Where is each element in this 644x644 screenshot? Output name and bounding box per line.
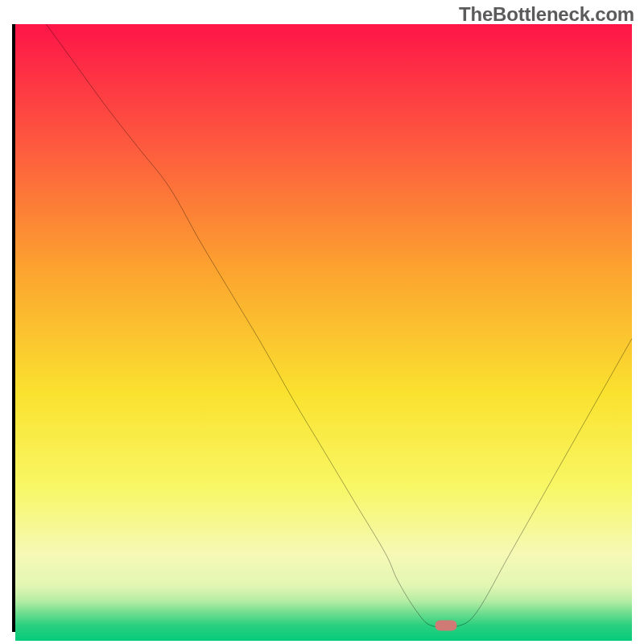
chart-frame: TheBottleneck.com [0, 0, 644, 644]
watermark-label: TheBottleneck.com [459, 3, 634, 26]
bottleneck-curve [15, 24, 632, 629]
optimal-point-marker [435, 621, 456, 631]
plot-area [12, 24, 632, 632]
